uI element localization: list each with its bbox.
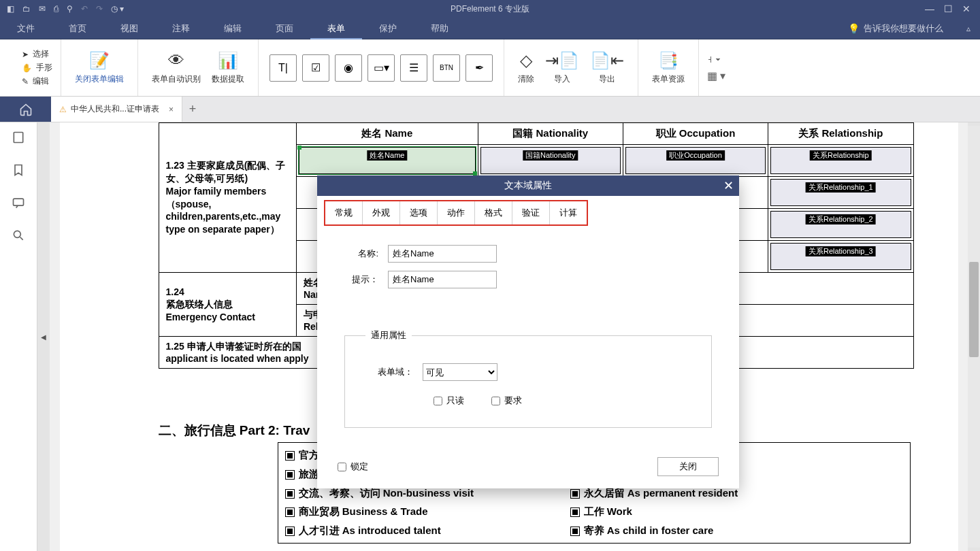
dialog-title: 文本域属性 [504,180,552,192]
opt-business[interactable]: 商业贸易 Business & Trade [285,502,557,521]
bulb-icon: 💡 [848,23,860,34]
tab-actions[interactable]: 动作 [438,201,475,224]
comments-icon[interactable] [12,196,25,210]
align-icon[interactable]: ⫞ ▾ [707,53,725,65]
radio-tool-icon[interactable]: ◉ [335,54,362,82]
new-tab-button[interactable]: + [182,97,203,122]
form-field-rel1[interactable]: 关系Relationship_1 [770,179,911,206]
bookmark-icon[interactable] [12,163,25,177]
tip-field-label: 提示： [344,273,378,286]
ribbon-edit[interactable]: ✎编辑 [22,76,52,87]
home-tab[interactable] [0,97,51,122]
close-form-edit-button[interactable]: 📝关闭表单编辑 [69,50,129,85]
barchart-icon: 📊 [218,50,238,71]
opt-work[interactable]: 工作 Work [570,502,903,521]
opt-foster[interactable]: 寄养 As child in foster care [570,521,903,540]
collapse-ribbon-icon[interactable]: ▵ [957,24,980,33]
signature-tool-icon[interactable]: ✒ [466,54,493,82]
clear-button[interactable]: ◇清除 [512,50,540,85]
menu-view[interactable]: 视图 [103,18,155,39]
dialog-title-bar[interactable]: 文本域属性 ✕ [317,176,739,196]
form-field-nat[interactable]: 国籍Nationality [480,147,621,174]
redo-icon[interactable]: ↷ [96,4,103,14]
combobox-tool-icon[interactable]: ▭▾ [368,54,395,82]
maximize-icon[interactable]: ☐ [944,3,953,14]
form-field-occ[interactable]: 职业Occupation [625,147,766,174]
thumbnails-icon[interactable] [12,131,25,144]
import-button[interactable]: ⇥📄导入 [540,50,585,85]
expand-left-icon[interactable]: ◀ [37,122,50,551]
menu-page[interactable]: 页面 [259,18,310,39]
part2-heading: 二、旅行信息 Part 2: Trav [159,422,310,439]
readonly-checkbox[interactable]: 只读 [434,395,464,407]
menu-home[interactable]: 首页 [52,18,103,39]
app-title: PDFelement 6 专业版 [451,3,529,15]
menu-edit[interactable]: 编辑 [207,18,259,39]
side-toolbar [0,122,37,551]
cursor-icon: ➤ [22,50,29,59]
ribbon-hand[interactable]: ✋手形 [22,62,52,73]
dialog-tabs: 常规 外观 选项 动作 格式 验证 计算 [324,200,588,226]
history-icon[interactable]: ◷ ▾ [111,4,124,14]
tab-general[interactable]: 常规 [325,201,363,224]
import-icon: ⇥📄 [545,50,579,71]
open-icon[interactable]: 🗀 [22,4,31,14]
form-field-rel2[interactable]: 关系Relationship_2 [770,211,911,238]
lock-checkbox[interactable]: 锁定 [338,461,368,473]
col-name: 姓名 Name [296,123,478,145]
required-checkbox[interactable]: 要求 [491,395,522,407]
close-icon[interactable]: ✕ [962,3,970,14]
minimize-icon[interactable]: — [925,3,934,14]
name-input[interactable] [388,245,497,263]
menu-help[interactable]: 帮助 [414,18,466,39]
distribute-icon[interactable]: ▦ ▾ [707,69,725,82]
tell-me-button[interactable]: 💡告诉我你想要做什么 [834,22,957,35]
common-properties-group: 通用属性 表单域： 可见 只读 要求 [344,329,712,428]
form-field-rel3[interactable]: 关系Relationship_3 [770,243,911,270]
textfield-properties-dialog: 文本域属性 ✕ 常规 外观 选项 动作 格式 验证 计算 名称: 提示： 通用属… [317,176,739,488]
svg-point-2 [14,231,20,237]
export-button[interactable]: 📄⇤导出 [585,50,630,85]
app-icon[interactable]: ◧ [7,4,14,14]
eye-doc-icon: 👁 [168,50,184,71]
menu-protect[interactable]: 保护 [362,18,414,39]
tab-validate[interactable]: 验证 [512,201,550,224]
tab-close-icon[interactable]: × [169,105,174,114]
listbox-tool-icon[interactable]: ☰ [400,54,427,82]
textfield-tool-icon[interactable]: T| [270,54,297,82]
form-field-rel[interactable]: 关系Relationship [770,147,911,174]
menu-form[interactable]: 表单 [310,18,362,39]
doc-tab-label: 中华人民共和...证申请表 [71,103,159,115]
col-nat: 国籍 Nationality [478,123,623,145]
form-field-name[interactable]: 姓名Name [299,147,476,174]
auto-recognize-button[interactable]: 👁表单自动识别 [146,50,206,85]
tip-input[interactable] [388,271,497,288]
button-tool-icon[interactable]: BTN [433,54,460,82]
search-icon[interactable]: ⚲ [67,4,73,14]
search-panel-icon[interactable] [12,229,25,242]
document-tab[interactable]: ⚠ 中华人民共和...证申请表 × [51,97,182,122]
scrollbar-thumb[interactable] [969,262,979,357]
visibility-select[interactable]: 可见 [423,363,497,381]
dialog-close-icon[interactable]: ✕ [723,178,734,193]
mail-icon[interactable]: ✉ [39,4,46,14]
dialog-close-button[interactable]: 关闭 [657,457,719,476]
menu-comment[interactable]: 注释 [155,18,207,39]
menu-file[interactable]: 文件 [0,18,52,39]
opt-talent[interactable]: 人才引进 As introduced talent [285,521,557,540]
hand-icon: ✋ [22,63,32,73]
tab-appearance[interactable]: 外观 [363,201,400,224]
ribbon-select[interactable]: ➤选择 [22,48,52,60]
print-icon[interactable]: ⎙ [54,4,59,14]
tab-format[interactable]: 格式 [475,201,512,224]
form-resource-button[interactable]: 📑表单资源 [647,50,690,85]
vertical-scrollbar[interactable] [968,126,980,548]
undo-icon[interactable]: ↶ [81,4,88,14]
data-extract-button[interactable]: 📊数据提取 [206,50,250,85]
tab-options[interactable]: 选项 [400,201,438,224]
checkbox-tool-icon[interactable]: ☑ [302,54,329,82]
common-legend: 通用属性 [365,329,412,341]
eraser-icon: ◇ [520,50,532,71]
cell-1-23: 1.23 主要家庭成员(配偶、子女、父母等,可另纸) Major family … [159,123,296,273]
tab-calculate[interactable]: 计算 [550,201,587,224]
